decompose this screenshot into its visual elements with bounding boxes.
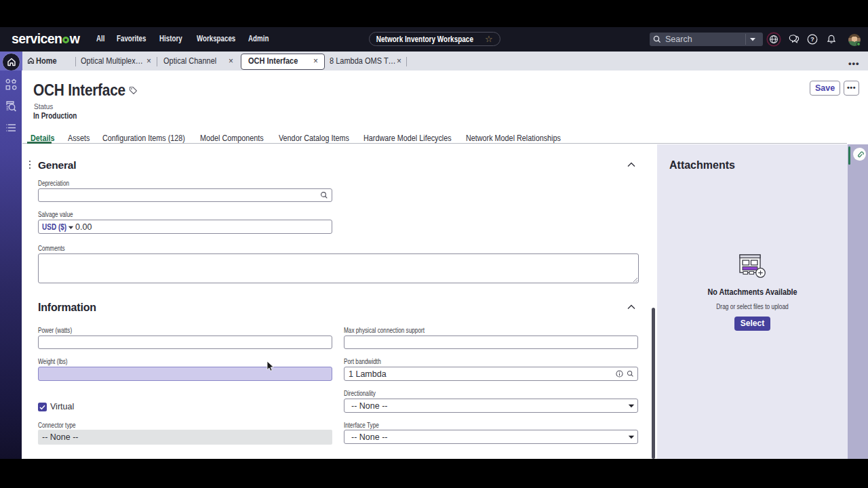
svg-text:?: ? bbox=[810, 36, 814, 43]
